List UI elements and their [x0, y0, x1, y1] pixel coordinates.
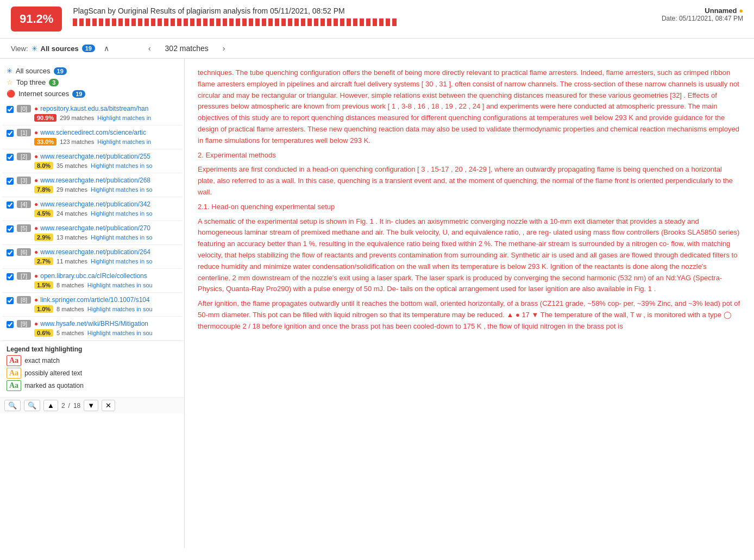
- header-right: Unnamed Date: 05/11/2021, 08:47 PM: [634, 7, 743, 22]
- source-pct: 1.5%: [34, 281, 53, 289]
- source-item: [7] ● open.library.ubc.ca/cIRcle/collect…: [2, 269, 182, 293]
- up-button[interactable]: ▲: [43, 400, 58, 411]
- main-layout: ✳ All sources 19 ☆ Top three 3 🔴 Interne…: [0, 59, 754, 548]
- nav-bar: View: ✳ All sources 19 ∧ ‹ 302 matches ›: [0, 39, 754, 59]
- highlight-button[interactable]: Highlight matches in sou: [87, 330, 153, 336]
- all-sources-text: All sources: [16, 67, 51, 75]
- source-content: ● link.springer.com/article/10.1007/s104…: [34, 296, 178, 313]
- zoom-out-button[interactable]: 🔍: [24, 400, 40, 411]
- highlight-button[interactable]: Highlight matches in sou: [87, 306, 153, 312]
- highlight-button[interactable]: Highlight matches in sou: [87, 282, 153, 288]
- source-url[interactable]: ● www.hysafe.net/wiki/BRHS/Mitigation: [34, 320, 178, 328]
- prev-match-button[interactable]: ‹: [145, 43, 154, 54]
- source-url[interactable]: ● open.library.ubc.ca/cIRcle/collections: [34, 272, 178, 280]
- content-paragraph: 2.1. Head-on quenching experimental setu…: [198, 202, 741, 213]
- source-pct: 2.9%: [34, 234, 53, 241]
- sidebar: ✳ All sources 19 ☆ Top three 3 🔴 Interne…: [0, 59, 185, 548]
- all-sources-badge: 19: [54, 67, 67, 75]
- score-badge: 91.2%: [11, 7, 62, 32]
- sidebar-item-all-sources[interactable]: ✳ All sources 19: [7, 65, 178, 77]
- close-button[interactable]: ✕: [102, 400, 115, 411]
- source-matches: 29 matches: [56, 186, 87, 193]
- source-checkbox[interactable]: [7, 202, 14, 209]
- source-item: [4] ● www.researchgate.net/publication/3…: [2, 197, 182, 221]
- source-url-text: www.researchgate.net/publication/268: [40, 177, 150, 184]
- sidebar-item-top-three[interactable]: ☆ Top three 3: [7, 77, 178, 88]
- source-url[interactable]: ● link.springer.com/article/10.1007/s104: [34, 296, 178, 304]
- source-url-text: www.researchgate.net/publication/264: [40, 248, 150, 256]
- internet-sources-text: Internet sources: [18, 90, 69, 98]
- source-url[interactable]: ● www.researchgate.net/publication/255: [34, 153, 178, 160]
- paragraph-text: techniques. The tube quenching configura…: [198, 68, 739, 144]
- source-item: [8] ● link.springer.com/article/10.1007/…: [2, 293, 182, 317]
- globe-icon: ●: [34, 224, 38, 232]
- highlight-button[interactable]: Highlight matches in so: [91, 162, 153, 169]
- all-sources-count: 19: [82, 45, 95, 52]
- legend-aa-green: Aa: [7, 380, 21, 391]
- legend-item-altered: Aa possibly altered text: [7, 368, 178, 379]
- highlight-button[interactable]: Highlight matches in so: [91, 186, 153, 193]
- source-item: [5] ● www.researchgate.net/publication/2…: [2, 221, 182, 245]
- source-meta: 0.6% 5 matches Highlight matches in sou: [34, 329, 178, 337]
- source-checkbox[interactable]: [7, 321, 14, 328]
- source-checkbox[interactable]: [7, 225, 14, 232]
- source-index: [8]: [17, 296, 31, 304]
- source-matches: 13 matches: [56, 234, 87, 241]
- source-content: ● www.researchgate.net/publication/270 2…: [34, 224, 178, 241]
- section-title: 2. Experimental methods: [198, 151, 276, 159]
- source-url[interactable]: ● repository.kaust.edu.sa/bitstream/han: [34, 105, 178, 112]
- search-button[interactable]: 🔍: [4, 400, 21, 411]
- paragraph-text: A schematic of the experimental setup is…: [198, 217, 739, 293]
- source-url[interactable]: ● www.researchgate.net/publication/270: [34, 224, 178, 232]
- legend-item-quotation: Aa marked as quotation: [7, 380, 178, 391]
- paragraph-text: After ignition, the flame propagates out…: [198, 299, 740, 330]
- source-url[interactable]: ● www.researchgate.net/publication/342: [34, 200, 178, 208]
- source-url-text: www.researchgate.net/publication/270: [40, 224, 150, 232]
- source-url[interactable]: ● www.sciencedirect.com/science/artic: [34, 129, 178, 136]
- source-index: [0]: [17, 105, 31, 112]
- sidebar-item-internet-sources[interactable]: 🔴 Internet sources 19: [7, 88, 178, 99]
- source-url-text: www.researchgate.net/publication/255: [40, 153, 150, 160]
- collapse-button[interactable]: ∧: [100, 43, 112, 54]
- section-title: 2.1. Head-on quenching experimental setu…: [198, 203, 335, 211]
- source-meta: 8.0% 35 matches Highlight matches in so: [34, 162, 178, 169]
- highlight-button[interactable]: Highlight matches in: [97, 115, 151, 121]
- source-content: ● www.researchgate.net/publication/342 4…: [34, 200, 178, 217]
- highlight-button[interactable]: Highlight matches in so: [91, 210, 153, 217]
- source-checkbox[interactable]: [7, 154, 14, 161]
- source-pct: 8.0%: [34, 162, 53, 169]
- source-checkbox[interactable]: [7, 273, 14, 280]
- legend-label-altered: possibly altered text: [24, 369, 82, 377]
- source-url-text: www.sciencedirect.com/science/artic: [40, 129, 146, 136]
- source-pct: 33.0%: [34, 138, 56, 146]
- source-checkbox[interactable]: [7, 106, 14, 113]
- matches-count: 302 matches: [165, 44, 209, 53]
- source-pct: 90.9%: [34, 114, 56, 122]
- source-checkbox[interactable]: [7, 297, 14, 304]
- source-checkbox[interactable]: [7, 249, 14, 256]
- source-url[interactable]: ● www.researchgate.net/publication/268: [34, 177, 178, 184]
- source-content: ● repository.kaust.edu.sa/bitstream/han …: [34, 105, 178, 122]
- source-matches: 24 matches: [56, 210, 87, 217]
- source-checkbox[interactable]: [7, 130, 14, 137]
- content-paragraph: After ignition, the flame propagates out…: [198, 298, 741, 332]
- internet-sources-badge: 19: [72, 90, 85, 98]
- next-match-button[interactable]: ›: [219, 43, 229, 54]
- source-item: [6] ● www.researchgate.net/publication/2…: [2, 245, 182, 269]
- source-url-text: repository.kaust.edu.sa/bitstream/han: [40, 105, 148, 112]
- source-item: [9] ● www.hysafe.net/wiki/BRHS/Mitigatio…: [2, 317, 182, 341]
- source-item: [0] ● repository.kaust.edu.sa/bitstream/…: [2, 102, 182, 125]
- content-area: techniques. The tube quenching configura…: [185, 59, 754, 548]
- down-button[interactable]: ▼: [84, 400, 98, 411]
- source-matches: 5 matches: [56, 330, 84, 336]
- highlight-button[interactable]: Highlight matches in: [97, 139, 151, 145]
- nav-view: View: ✳ All sources 19: [11, 45, 95, 53]
- all-sources-label[interactable]: All sources: [41, 45, 79, 53]
- highlight-button[interactable]: Highlight matches in so: [91, 234, 153, 241]
- paragraph-text: Experiments are first conducted in a hea…: [198, 165, 733, 196]
- highlight-button[interactable]: Highlight matches in so: [91, 258, 153, 265]
- source-url-text: open.library.ubc.ca/cIRcle/collections: [40, 272, 147, 280]
- source-checkbox[interactable]: [7, 178, 14, 185]
- source-url[interactable]: ● www.researchgate.net/publication/264: [34, 248, 178, 256]
- source-item: [2] ● www.researchgate.net/publication/2…: [2, 149, 182, 173]
